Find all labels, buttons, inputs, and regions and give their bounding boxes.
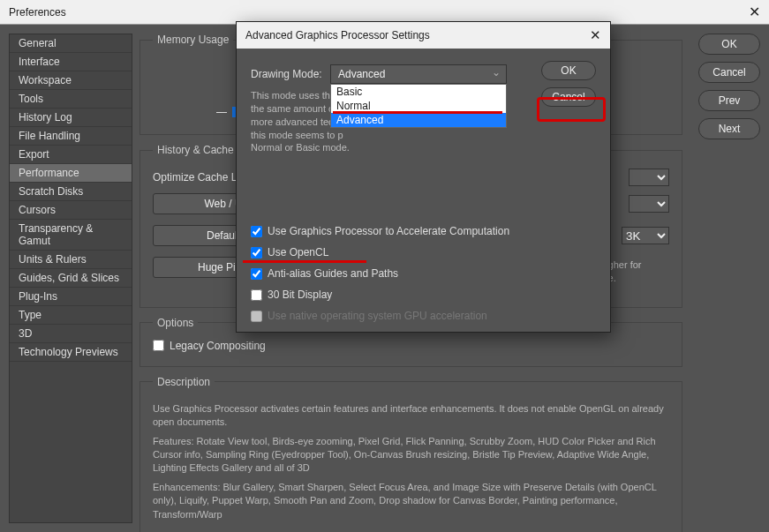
chk-30bit-label: 30 Bit Display [268,288,332,301]
chk-30bit[interactable] [251,289,262,301]
sidebar-item-performance[interactable]: Performance [10,164,132,183]
modal-titlebar: Advanced Graphics Processor Settings ✕ [237,22,610,49]
drawing-mode-dropdown[interactable]: Advanced BasicNormalAdvanced [330,64,507,84]
right-button-column: OK Cancel Prev Next [690,25,769,532]
sidebar-item-plug-ins[interactable]: Plug-Ins [10,288,132,306]
chk-aa-row[interactable]: Anti-alias Guides and Paths [251,267,536,280]
chk-aa-label: Anti-alias Guides and Paths [268,267,398,280]
cancel-button[interactable]: Cancel [698,62,760,83]
advanced-gpu-modal: Advanced Graphics Processor Settings ✕ D… [236,21,611,333]
options-legend: Options [153,317,198,329]
sidebar-item-3d[interactable]: 3D [10,325,132,343]
dash-icon: — [216,106,227,118]
description-group: Description Use Graphics Processor activ… [139,376,682,532]
chk-opencl[interactable] [251,247,262,259]
drawing-mode-option-basic[interactable]: Basic [331,85,506,99]
sidebar-item-tools[interactable]: Tools [10,90,132,109]
chk-native-row: Use native operating system GPU accelera… [251,310,536,322]
modal-left: Drawing Mode: Advanced BasicNormalAdvanc… [251,61,536,331]
sidebar-item-transparency-gamut[interactable]: Transparency & Gamut [10,220,132,251]
next-button[interactable]: Next [698,118,760,139]
chk-aa[interactable] [251,268,262,280]
sidebar-item-history-log[interactable]: History Log [10,109,132,127]
optimize-cache-label: Optimize Cache Le [153,171,243,184]
sidebar-item-general[interactable]: General [10,34,132,53]
legacy-compositing-checkbox[interactable] [153,340,164,351]
sidebar-item-scratch-disks[interactable]: Scratch Disks [10,183,132,201]
modal-checkboxes: Use Graphics Processor to Accelerate Com… [251,225,536,322]
memory-usage-legend: Memory Usage [153,34,233,46]
sidebar-item-workspace[interactable]: Workspace [10,71,132,90]
chk-opencl-label: Use OpenCL [268,246,328,259]
sidebar: GeneralInterfaceWorkspaceToolsHistory Lo… [9,34,132,523]
sidebar-item-export[interactable]: Export [10,146,132,164]
cache-select-2[interactable] [629,195,669,213]
chk-accel-row[interactable]: Use Graphics Processor to Accelerate Com… [251,225,536,237]
chk-native [251,311,262,322]
sidebar-item-type[interactable]: Type [10,306,132,325]
drawing-mode-option-normal[interactable]: Normal [331,99,506,113]
sidebar-item-file-handling[interactable]: File Handling [10,127,132,146]
close-icon[interactable]: ✕ [749,4,760,20]
cache-tile-select[interactable]: 3K [622,227,669,244]
chk-native-label: Use native operating system GPU accelera… [268,310,487,322]
chk-accel-label: Use Graphics Processor to Accelerate Com… [268,225,509,237]
ok-button[interactable]: OK [698,34,760,55]
modal-cancel-button[interactable]: Cancel [541,87,596,107]
prev-button[interactable]: Prev [698,90,760,111]
sidebar-item-units-rulers[interactable]: Units & Rulers [10,251,132,269]
drawing-mode-list: BasicNormalAdvanced [330,84,507,128]
description-p3: Enhancements: Blur Gallery, Smart Sharpe… [153,481,669,521]
history-cache-legend: History & Cache [153,144,238,156]
sidebar-item-guides-grid-slices[interactable]: Guides, Grid & Slices [10,269,132,288]
modal-close-icon[interactable]: ✕ [590,27,601,43]
drawing-mode-label: Drawing Mode: [251,68,330,80]
modal-ok-button[interactable]: OK [541,61,596,80]
drawing-mode-option-advanced[interactable]: Advanced [331,113,506,127]
description-p1: Use Graphics Processor activates certain… [153,402,669,430]
chk-opencl-row[interactable]: Use OpenCL [251,246,536,259]
window-title: Preferences [9,6,66,19]
drawing-mode-value[interactable]: Advanced [330,64,507,84]
chk-accel[interactable] [251,226,262,237]
description-p2: Features: Rotate View tool, Birds-eye zo… [153,435,669,476]
sidebar-item-technology-previews[interactable]: Technology Previews [10,343,132,362]
modal-body: Drawing Mode: Advanced BasicNormalAdvanc… [237,49,610,343]
sidebar-item-interface[interactable]: Interface [10,53,132,71]
cache-select-1[interactable] [629,169,669,186]
modal-right: OK Cancel [536,61,596,331]
modal-title: Advanced Graphics Processor Settings [245,29,430,41]
chk-30bit-row[interactable]: 30 Bit Display [251,288,536,301]
description-legend: Description [153,376,215,388]
sidebar-item-cursors[interactable]: Cursors [10,201,132,220]
